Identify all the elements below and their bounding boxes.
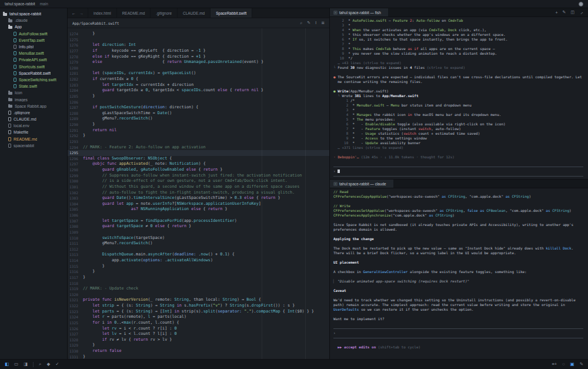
code-line-1278[interactable]: 1278 else if keycode == gKeyRight { dire… xyxy=(68,54,329,60)
terminal-panel-icon[interactable]: ▭ xyxy=(14,362,18,367)
code-line-1277[interactable]: 1277 if keycode == gKeyLeft { direction … xyxy=(68,48,329,54)
code-line-1327[interactable]: 1327 let lv = i < l.count ? l[i] : 0 xyxy=(68,331,329,337)
code-line-1281[interactable]: 1281 let (spaceIDs, currentIdx) = getSpa… xyxy=(68,71,329,77)
sidebar-item-State.swift[interactable]: State.swift xyxy=(0,83,67,89)
code-line-1292[interactable]: 1292} xyxy=(68,133,329,139)
code-line-1330[interactable]: 1330 return false xyxy=(68,348,329,354)
sidebar-item-Shortcuts.swift[interactable]: Shortcuts.swift xyxy=(0,64,67,70)
sidebar-item-Space Rabbit.app[interactable]: Space Rabbit.app xyxy=(0,103,67,109)
terminal-tab-fish[interactable]: › tahul:space-rabbit — fish xyxy=(330,8,388,16)
terminal-fish-content[interactable]: 2 * AutoFollow.swift — Feature 2: Auto-f… xyxy=(330,17,588,179)
code-line-1286[interactable]: 1286 xyxy=(68,99,329,105)
code-line-1331[interactable]: 1331} xyxy=(68,354,329,359)
code-line-1318[interactable]: 1318 xyxy=(68,281,329,287)
code-editor[interactable]: 1274 }12751276 let direction: Int1277 if… xyxy=(68,28,329,359)
sidebar-item-AutoFollow.swift[interactable]: AutoFollow.swift xyxy=(0,31,67,37)
code-line-1302[interactable]: 1302 // auto-follow to fight the in-flig… xyxy=(68,190,329,196)
sidebar-item-PrivateAPI.swift[interactable]: PrivateAPI.swift xyxy=(0,56,67,63)
sidebar-item-.claude[interactable]: .claude xyxy=(0,17,67,24)
edit-icon[interactable]: ✎ xyxy=(563,10,566,15)
edit-icon[interactable]: ✎ xyxy=(307,21,310,25)
sidebar-item-EventTap.swift[interactable]: EventTap.swift xyxy=(0,37,67,44)
notification-icon[interactable]: ◌ xyxy=(562,362,564,367)
code-line-1312[interactable]: 1312 xyxy=(68,247,329,252)
code-line-1316[interactable]: 1316 } xyxy=(68,269,329,275)
sidebar-item-root[interactable]: tahul:space-rabbit xyxy=(0,11,67,17)
inline-assist-icon[interactable]: ≡+ xyxy=(552,362,557,367)
code-line-1306[interactable]: 1306 xyxy=(68,212,329,218)
sidebar-item-Makefile[interactable]: Makefile xyxy=(0,129,67,135)
code-line-1295[interactable]: 1295 xyxy=(68,150,329,156)
sidebar-item-README.md[interactable]: README.md xyxy=(0,136,67,142)
code-line-1308[interactable]: 1308 guard targetSpace ≠ 0 else { return… xyxy=(68,224,329,230)
code-line-1290[interactable]: 1290 } xyxy=(68,122,329,128)
code-line-1315[interactable]: 1315 } xyxy=(68,264,329,270)
code-line-1322[interactable]: 1322 let strip = { (s: String) → String … xyxy=(68,303,329,309)
code-line-1317[interactable]: 1317} xyxy=(68,275,329,281)
code-line-1304[interactable]: 1304 guard let app = note.userInfo?[NSWo… xyxy=(68,201,329,207)
sidebar-item-local.env[interactable]: local.env xyxy=(0,122,67,129)
terminal-tab-claude[interactable]: › tahul:space-rabbit — claude xyxy=(330,179,393,188)
code-line-1274[interactable]: 1274 } xyxy=(68,31,329,37)
code-line-1293[interactable]: 1293 xyxy=(68,139,329,145)
code-line-1287[interactable]: 1287 if postSwitchGesture(direction: dir… xyxy=(68,105,329,111)
code-line-1321[interactable]: 1321private func isNewerVersion(_ remote… xyxy=(68,297,329,303)
code-line-1279[interactable]: 1279 else { return Unmanaged.passUnretai… xyxy=(68,59,329,65)
tab-.gitignore[interactable]: .gitignore xyxy=(151,8,178,18)
code-line-1289[interactable]: 1289 gMenu?.recordSwitch() xyxy=(68,116,329,122)
expand-pane-icon[interactable]: ↔ xyxy=(579,9,584,15)
git-branch[interactable]: main xyxy=(40,2,48,6)
search-icon[interactable]: ⌕ xyxy=(300,21,302,25)
code-line-1313[interactable]: 1313 DispatchQueue.main.asyncAfter(deadl… xyxy=(68,252,329,258)
sidebar-item-Icon[interactable]: Icon xyxy=(0,89,67,96)
edit-prediction-icon[interactable]: ✎ xyxy=(580,362,583,367)
code-line-1275[interactable]: 1275 xyxy=(68,37,329,43)
sidebar-item-CLAUDE.md[interactable]: CLAUDE.md xyxy=(0,116,67,122)
code-line-1299[interactable]: 1299 // Suppress auto-follow when instan… xyxy=(68,173,329,179)
tab-README.md[interactable]: README.md xyxy=(117,8,151,18)
code-line-1296[interactable]: 1296final class SwoopObserver: NSObject … xyxy=(68,156,329,162)
ai-panel-icon[interactable]: ▣ xyxy=(570,362,574,367)
code-line-1309[interactable]: 1309 xyxy=(68,230,329,235)
code-line-1307[interactable]: 1307 let targetSpace = findSpaceForPid(a… xyxy=(68,218,329,224)
sidebar-item-images[interactable]: images xyxy=(0,96,67,102)
code-line-1300[interactable]: 1300 // is a side-effect of our own gest… xyxy=(68,178,329,184)
code-line-1294[interactable]: 1294// MARK: - Feature 2: Auto-follow on… xyxy=(68,145,329,151)
code-line-1285[interactable]: 1285 } xyxy=(68,94,329,99)
code-line-1325[interactable]: 1325 for i in 0..<max(r.count, l.count) … xyxy=(68,320,329,326)
code-line-1319[interactable]: 1319// MARK: - Update check xyxy=(68,286,329,292)
nav-back-icon[interactable]: ← xyxy=(72,11,76,15)
text-cursor-icon[interactable]: I xyxy=(315,21,316,25)
terminal-claude-content[interactable]: // ReadCFPreferencesCopyAppValue("worksp… xyxy=(330,188,588,359)
code-line-1276[interactable]: 1276 let direction: Int xyxy=(68,42,329,48)
code-line-1297[interactable]: 1297 @objc func appActivated(_ note: Not… xyxy=(68,161,329,167)
code-line-1323[interactable]: 1323 let parts = { (s: String) → [Int] i… xyxy=(68,309,329,315)
code-line-1282[interactable]: 1282 if currentIdx ≥ 0 { xyxy=(68,77,329,82)
search-icon[interactable]: ⌕ xyxy=(39,362,41,367)
code-line-1326[interactable]: 1326 let rv = i < r.count ? r[i] : 0 xyxy=(68,326,329,332)
code-line-1303[interactable]: 1303 guard Date().timeIntervalSince(gLas… xyxy=(68,195,329,201)
sidebar-item-MenuBar.swift[interactable]: MenuBar.swift xyxy=(0,50,67,56)
breadcrumb[interactable]: App/SpaceRabbit.swift xyxy=(72,21,119,25)
code-line-1284[interactable]: 1284 guard targetIdx ≥ 0, targetIdx < sp… xyxy=(68,88,329,94)
sidebar-item-App[interactable]: App xyxy=(0,24,67,30)
tab-SpaceRabbit.swift[interactable]: SpaceRabbit.swift xyxy=(211,8,252,18)
wrap-lines-icon[interactable]: ≣ xyxy=(321,21,325,25)
sidebar-item-.gitignore[interactable]: .gitignore xyxy=(0,109,67,116)
sidebar-item-spacerabbit[interactable]: spacerabbit xyxy=(0,142,67,149)
code-line-1280[interactable]: 1280 xyxy=(68,65,329,71)
nav-forward-icon[interactable]: → xyxy=(79,11,83,15)
code-line-1283[interactable]: 1283 let targetIdx = currentIdx + direct… xyxy=(68,82,329,88)
tab-CLAUDE.md[interactable]: CLAUDE.md xyxy=(178,8,211,18)
diagnostics-icon[interactable]: ◆ xyxy=(46,362,50,367)
code-line-1328[interactable]: 1328 if rv ≠ lv { return rv > lv } xyxy=(68,337,329,343)
new-terminal-icon[interactable]: + xyxy=(555,11,557,15)
sidebar-item-Info.plist[interactable]: Info.plist xyxy=(0,44,67,50)
code-line-1301[interactable]: 1301 // Without this guard, a second win… xyxy=(68,184,329,190)
toggle-right-dock-icon[interactable]: ◨ xyxy=(24,362,28,367)
sidebar-item-SpaceRabbit.swift[interactable]: SpaceRabbit.swift xyxy=(0,70,67,77)
code-line-1298[interactable]: 1298 guard gEnabled, gAutoFollowEnabled … xyxy=(68,167,329,173)
avatar[interactable] xyxy=(579,2,583,6)
code-line-1320[interactable]: 1320 xyxy=(68,292,329,298)
code-line-1311[interactable]: 1311 gMenu?.recordSwitch() xyxy=(68,241,329,247)
